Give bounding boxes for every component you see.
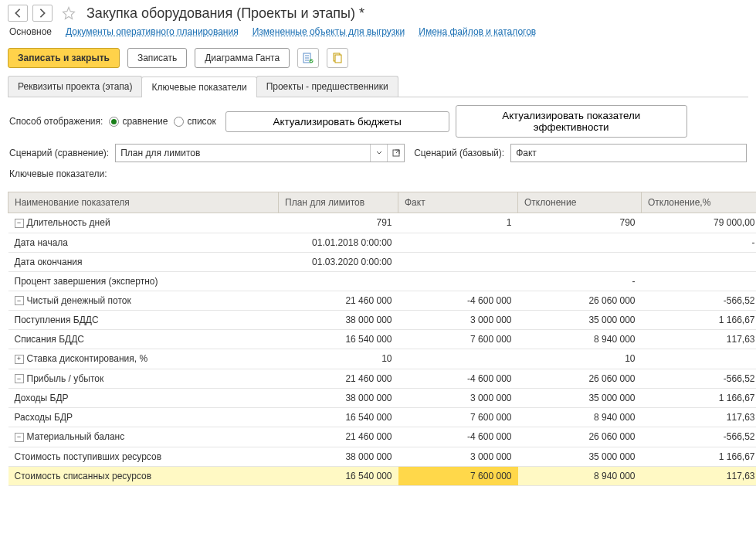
cell-pct: 79 000,00 [642, 213, 757, 233]
radio-compare[interactable]: сравнение [109, 116, 168, 127]
cell-pct [642, 349, 757, 369]
cell-pct: - [642, 233, 757, 252]
cell-plan: 791 [279, 213, 398, 233]
row-name: Дата окончания [15, 257, 83, 267]
open-icon[interactable] [387, 145, 404, 162]
row-name: Материальный баланс [27, 431, 125, 442]
cell-dev: 35 000 000 [518, 447, 642, 466]
cell-fact [398, 349, 518, 369]
col-fact[interactable]: Факт [398, 192, 518, 213]
page-title: Закупка оборудования (Проекты и этапы) * [86, 5, 364, 22]
cell-plan: 16 540 000 [279, 330, 398, 349]
scenario-compare-select[interactable]: План для лимитов [115, 144, 405, 162]
table-row[interactable]: −Материальный баланс21 460 000-4 600 000… [8, 427, 757, 447]
table-row[interactable]: −Прибыль / убыток21 460 000-4 600 00026 … [8, 369, 757, 389]
cell-dev: 10 [518, 349, 642, 369]
cell-pct: 1 166,67 [642, 311, 757, 330]
forward-button[interactable] [32, 5, 53, 22]
scenario-base-input[interactable]: Факт [510, 144, 747, 162]
row-name: Стоимость поступивших ресурсов [15, 451, 162, 462]
table-row[interactable]: Стоимость списанных ресурсов16 540 0007 … [8, 466, 757, 485]
collapse-icon[interactable]: − [15, 374, 24, 383]
scenario-base-value: Факт [516, 148, 537, 158]
expand-icon[interactable]: + [15, 355, 24, 364]
col-pct[interactable]: Отклонение,% [642, 192, 757, 213]
row-name: Стоимость списанных ресурсов [15, 471, 152, 481]
copy-icon[interactable] [327, 48, 348, 68]
section-link-changed-objects[interactable]: Измененные объекты для выгрузки [253, 26, 405, 37]
svg-rect-3 [335, 55, 341, 63]
col-dev[interactable]: Отклонение [518, 192, 642, 213]
row-name: Процент завершения (экспертно) [15, 276, 158, 287]
collapse-icon[interactable]: − [15, 296, 24, 305]
row-name: Списания БДДС [15, 334, 85, 345]
cell-dev: 8 940 000 [518, 466, 642, 485]
cell-fact: 7 600 000 [398, 330, 518, 349]
cell-pct: -566,52 [642, 427, 757, 447]
cell-pct [642, 271, 757, 291]
cell-pct: 1 166,67 [642, 389, 757, 408]
table-row[interactable]: Списания БДДС16 540 0007 600 0008 940 00… [8, 330, 757, 349]
refresh-budgets-button[interactable]: Актуализировать бюджеты [225, 111, 449, 132]
section-main[interactable]: Основное [9, 26, 52, 37]
tab-predecessors[interactable]: Проекты - предшественники [256, 76, 398, 97]
report-icon[interactable] [297, 48, 319, 68]
radio-dot-icon [109, 117, 119, 127]
cell-dev: 35 000 000 [518, 311, 642, 330]
cell-fact: -4 600 000 [398, 427, 518, 447]
cell-dev: 35 000 000 [518, 389, 642, 408]
radio-list-label: список [187, 116, 215, 127]
cell-pct: -566,52 [642, 291, 757, 311]
table-row[interactable]: Дата окончания01.03.2020 0:00:00 [8, 252, 757, 271]
cell-pct: 1 166,67 [642, 447, 757, 466]
back-button[interactable] [8, 5, 28, 22]
collapse-icon[interactable]: − [15, 219, 24, 228]
table-row[interactable]: −Чистый денежный поток21 460 000-4 600 0… [8, 291, 757, 311]
tab-key-indicators[interactable]: Ключевые показатели [141, 77, 256, 97]
cell-fact: 3 000 000 [398, 447, 518, 466]
section-link-file-names[interactable]: Имена файлов и каталогов [419, 26, 536, 37]
cell-fact: 7 600 000 [398, 408, 518, 427]
collapse-icon[interactable]: − [15, 433, 24, 442]
table-title: Ключевые показатели: [9, 168, 747, 179]
table-row[interactable]: Стоимость поступивших ресурсов38 000 000… [8, 447, 757, 466]
radio-dot-icon [174, 117, 184, 127]
cell-dev [518, 233, 642, 252]
cell-plan: 16 540 000 [279, 408, 398, 427]
save-close-button[interactable]: Записать и закрыть [8, 48, 120, 68]
cell-dev: - [518, 271, 642, 291]
cell-fact: 1 [398, 213, 518, 233]
favorite-icon[interactable] [60, 5, 77, 22]
refresh-efficiency-button[interactable]: Актуализировать показатели эффективности [456, 105, 687, 138]
cell-dev [518, 252, 642, 271]
indicators-table: Наименование показателя План для лимитов… [8, 192, 756, 486]
cell-fact: 3 000 000 [398, 389, 518, 408]
radio-list[interactable]: список [174, 116, 215, 127]
dropdown-icon[interactable] [370, 145, 387, 162]
table-row[interactable]: Дата начала01.01.2018 0:00:00- [8, 233, 757, 252]
cell-dev: 26 060 000 [518, 369, 642, 389]
row-name: Длительность дней [27, 217, 110, 228]
section-link-planning-docs[interactable]: Документы оперативного планирования [66, 26, 239, 37]
cell-pct: 117,63 [642, 330, 757, 349]
table-row[interactable]: Доходы БДР38 000 0003 000 00035 000 0001… [8, 389, 757, 408]
cell-plan: 10 [279, 349, 398, 369]
svg-point-1 [310, 60, 314, 63]
col-plan[interactable]: План для лимитов [279, 192, 398, 213]
cell-plan: 21 460 000 [279, 427, 398, 447]
radio-compare-label: сравнение [122, 116, 168, 127]
tab-requisites[interactable]: Реквизиты проекта (этапа) [8, 76, 142, 97]
cell-dev: 8 940 000 [518, 330, 642, 349]
cell-pct [642, 252, 757, 271]
table-row[interactable]: Расходы БДР16 540 0007 600 0008 940 0001… [8, 408, 757, 427]
display-mode-label: Способ отображения: [9, 116, 103, 127]
table-row[interactable]: Процент завершения (экспертно)- [8, 271, 757, 291]
save-button[interactable]: Записать [127, 48, 187, 68]
table-row[interactable]: −Длительность дней791179079 000,00 [8, 213, 757, 233]
row-name: Чистый денежный поток [27, 295, 131, 306]
gantt-button[interactable]: Диаграмма Ганта [195, 48, 290, 68]
table-row[interactable]: +Ставка дисконтирования, %1010 [8, 349, 757, 369]
col-name[interactable]: Наименование показателя [8, 192, 279, 213]
scenario-compare-label: Сценарий (сравнение): [9, 148, 109, 158]
table-row[interactable]: Поступления БДДС38 000 0003 000 00035 00… [8, 311, 757, 330]
